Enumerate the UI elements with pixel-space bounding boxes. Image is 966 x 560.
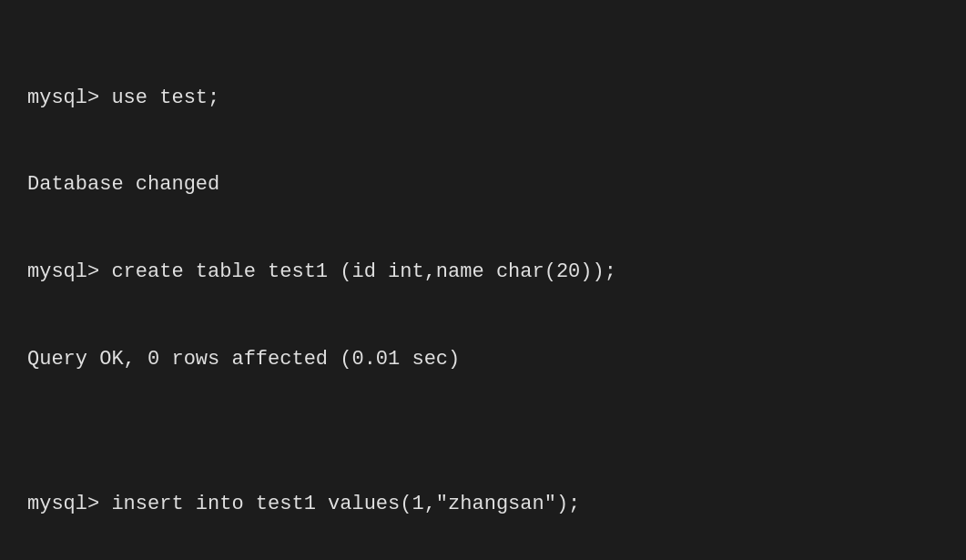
terminal-line-2: Database changed	[27, 170, 939, 199]
terminal-line-4: Query OK, 0 rows affected (0.01 sec)	[27, 345, 939, 374]
terminal-line-3: mysql> create table test1 (id int,name c…	[27, 258, 939, 287]
terminal-line-1: mysql> use test;	[27, 84, 939, 113]
terminal-window[interactable]: mysql> use test; Database changed mysql>…	[0, 0, 966, 560]
terminal-line-6: mysql> insert into test1 values(1,"zhang…	[27, 490, 939, 519]
